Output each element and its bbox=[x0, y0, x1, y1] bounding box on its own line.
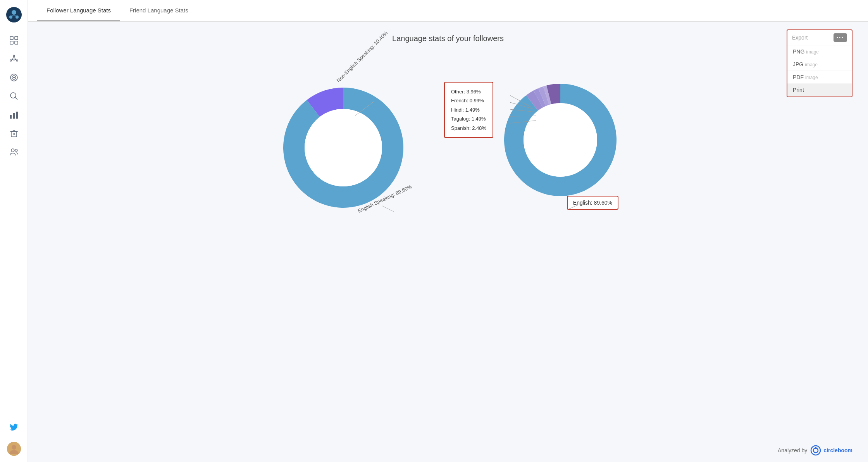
svg-point-39 bbox=[815, 447, 817, 449]
svg-point-19 bbox=[13, 77, 15, 78]
target-icon[interactable] bbox=[6, 70, 22, 85]
chart2-wrapper: Other: 3.96% French: 0.99% Hindi: 1.49% … bbox=[444, 59, 622, 221]
users-icon[interactable] bbox=[6, 144, 22, 160]
svg-line-21 bbox=[15, 97, 17, 100]
main-content: Follower Language Stats Friend Language … bbox=[28, 0, 868, 462]
svg-rect-6 bbox=[10, 36, 13, 40]
svg-rect-9 bbox=[15, 41, 18, 44]
svg-point-10 bbox=[13, 58, 15, 60]
tab-friend-language[interactable]: Friend Language Stats bbox=[120, 0, 198, 21]
svg-rect-24 bbox=[16, 112, 18, 119]
chart1-svg: Non-English Speaking: 10.40% English Spe… bbox=[274, 59, 413, 221]
analyzed-by-text: Analyzed by bbox=[778, 447, 807, 453]
charts-container: Non-English Speaking: 10.40% English Spe… bbox=[43, 59, 852, 221]
svg-rect-22 bbox=[10, 115, 12, 119]
search-icon[interactable] bbox=[6, 88, 22, 104]
export-png-button[interactable]: PNGimage bbox=[787, 45, 852, 58]
legend-item-other: Other: 3.96% bbox=[451, 87, 486, 96]
chart2-inner-circle bbox=[524, 103, 597, 177]
svg-line-30 bbox=[15, 130, 15, 131]
avatar[interactable] bbox=[7, 442, 21, 456]
sidebar bbox=[0, 0, 28, 462]
export-label: Export bbox=[792, 34, 808, 41]
export-dots-button[interactable]: ··· bbox=[834, 33, 847, 42]
circleboom-brand: circleboom bbox=[810, 445, 852, 456]
content-area: Language stats of your followers Export … bbox=[28, 22, 868, 439]
svg-rect-7 bbox=[15, 36, 18, 40]
svg-point-11 bbox=[13, 55, 15, 57]
svg-line-16 bbox=[11, 59, 13, 60]
chart1-line2 bbox=[382, 206, 394, 212]
svg-rect-25 bbox=[11, 131, 17, 137]
svg-line-15 bbox=[15, 59, 17, 60]
twitter-icon[interactable] bbox=[6, 420, 22, 436]
svg-point-36 bbox=[305, 109, 382, 186]
legend-box: Other: 3.96% French: 0.99% Hindi: 1.49% … bbox=[444, 82, 493, 138]
svg-point-32 bbox=[11, 149, 14, 152]
tab-bar: Follower Language Stats Friend Language … bbox=[28, 0, 868, 22]
svg-rect-8 bbox=[10, 41, 13, 44]
app-logo[interactable] bbox=[5, 6, 22, 23]
svg-point-35 bbox=[12, 445, 16, 450]
legend-item-hindi: Hindi: 1.49% bbox=[451, 105, 486, 114]
trash-icon[interactable] bbox=[6, 126, 22, 141]
network-icon[interactable] bbox=[6, 51, 22, 67]
svg-line-29 bbox=[13, 130, 13, 131]
page-title: Language stats of your followers bbox=[43, 34, 852, 43]
legend-item-tagalog: Tagalog: 1.49% bbox=[451, 114, 486, 123]
english-label-box: English: 89.60% bbox=[567, 196, 618, 210]
dashboard-icon[interactable] bbox=[6, 33, 22, 48]
export-header: Export ··· bbox=[787, 30, 852, 45]
footer: Analyzed by circleboom bbox=[28, 439, 868, 462]
svg-point-1 bbox=[12, 10, 16, 15]
chart-icon[interactable] bbox=[6, 107, 22, 122]
legend-item-spanish: Spanish: 2.48% bbox=[451, 124, 486, 133]
svg-point-20 bbox=[10, 93, 16, 98]
circleboom-label: circleboom bbox=[823, 447, 852, 453]
chart1-wrapper: Non-English Speaking: 10.40% English Spe… bbox=[274, 59, 413, 221]
tab-follower-language[interactable]: Follower Language Stats bbox=[37, 0, 120, 21]
svg-point-33 bbox=[15, 149, 17, 152]
svg-rect-23 bbox=[13, 113, 15, 119]
legend-item-french: French: 0.99% bbox=[451, 96, 486, 105]
